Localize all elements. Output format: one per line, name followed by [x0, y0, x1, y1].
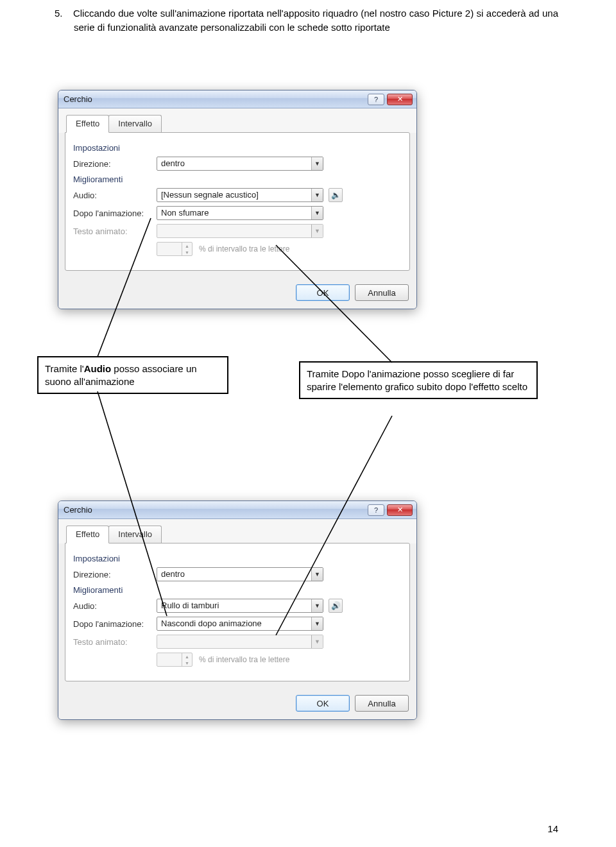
tab-intervallo[interactable]: Intervallo — [108, 115, 162, 133]
chevron-down-icon: ▼ — [311, 225, 323, 237]
hint-percent-letters: % di intervallo tra le lettere — [199, 655, 289, 664]
chevron-down-icon: ▼ — [311, 568, 323, 581]
row-percent-letters: ▲▼ % di intervallo tra le lettere — [73, 653, 402, 667]
hint-percent-letters: % di intervallo tra le lettere — [199, 244, 289, 253]
row-dopo-animazione: Dopo l'animazione: Non sfumare ▼ — [73, 206, 402, 220]
combo-dopo-animazione[interactable]: Nascondi dopo animazione ▼ — [157, 617, 323, 631]
callout-audio: Tramite l'Audio posso associare un suono… — [37, 356, 228, 394]
help-button[interactable]: ? — [368, 94, 384, 105]
label-dopo-animazione: Dopo l'animazione: — [73, 619, 157, 629]
spinner-percent: ▲▼ — [157, 653, 193, 667]
combo-audio[interactable]: Rullo di tamburi ▼ — [157, 599, 323, 613]
titlebar[interactable]: Cerchio ? ✕ — [58, 501, 416, 519]
dialog-cerchio-1: Cerchio ? ✕ Effetto Intervallo Impostazi… — [58, 90, 417, 309]
tab-intervallo[interactable]: Intervallo — [108, 526, 162, 543]
ok-button[interactable]: OK — [296, 695, 350, 712]
row-percent-letters: ▲▼ % di intervallo tra le lettere — [73, 242, 402, 256]
chevron-down-icon: ▼ — [311, 599, 323, 612]
value-direzione: dentro — [157, 568, 311, 581]
value-direzione: dentro — [157, 157, 311, 170]
titlebar[interactable]: Cerchio ? ✕ — [58, 90, 416, 108]
spinner-percent: ▲▼ — [157, 242, 193, 256]
dialog-button-row: OK Annulla — [58, 278, 416, 309]
row-audio: Audio: [Nessun segnale acustico] ▼ 🔈 — [73, 188, 402, 202]
chevron-down-icon: ▼ — [311, 207, 323, 219]
chevron-down-icon: ▼ — [311, 157, 323, 170]
value-dopo-animazione: Nascondi dopo animazione — [157, 617, 311, 630]
dialog-title: Cerchio — [64, 94, 365, 104]
section-miglioramenti: Miglioramenti — [73, 175, 402, 184]
value-dopo-animazione: Non sfumare — [157, 207, 311, 219]
dialog-button-row: OK Annulla — [58, 689, 416, 719]
help-button[interactable]: ? — [368, 504, 384, 516]
row-direzione: Direzione: dentro ▼ — [73, 157, 402, 171]
chevron-down-icon: ▼ — [311, 617, 323, 630]
page-number: 14 — [547, 823, 558, 834]
close-button[interactable]: ✕ — [387, 94, 413, 105]
spinner-arrows-icon: ▲▼ — [182, 653, 192, 666]
cancel-button[interactable]: Annulla — [355, 284, 409, 301]
instruction-paragraph: 5. Cliccando due volte sull'animazione r… — [74, 6, 558, 35]
label-testo-animato: Testo animato: — [73, 637, 157, 647]
close-button[interactable]: ✕ — [387, 504, 413, 516]
combo-direzione[interactable]: dentro ▼ — [157, 157, 323, 171]
row-testo-animato: Testo animato: ▼ — [73, 224, 402, 238]
row-dopo-animazione: Dopo l'animazione: Nascondi dopo animazi… — [73, 617, 402, 631]
label-testo-animato: Testo animato: — [73, 227, 157, 236]
label-audio: Audio: — [73, 601, 157, 611]
section-impostazioni: Impostazioni — [73, 554, 402, 563]
chevron-down-icon: ▼ — [311, 635, 323, 648]
speaker-icon[interactable]: 🔈 — [329, 188, 343, 202]
dialog-title: Cerchio — [64, 505, 365, 515]
value-audio: [Nessun segnale acustico] — [157, 189, 311, 201]
combo-direzione[interactable]: dentro ▼ — [157, 567, 323, 581]
dialog-panel: Impostazioni Direzione: dentro ▼ Miglior… — [65, 543, 410, 681]
label-audio: Audio: — [73, 191, 157, 200]
dialog-panel: Impostazioni Direzione: dentro ▼ Miglior… — [65, 132, 410, 271]
combo-testo-animato: ▼ — [157, 224, 323, 238]
chevron-down-icon: ▼ — [311, 189, 323, 201]
label-direzione: Direzione: — [73, 570, 157, 579]
callout-dopo-animazione: Tramite Dopo l'animazione posso sceglier… — [299, 361, 538, 399]
cancel-button[interactable]: Annulla — [355, 695, 409, 712]
ok-button[interactable]: OK — [296, 284, 350, 301]
list-number: 5. — [55, 8, 63, 19]
tabbar: Effetto Intervallo — [58, 519, 416, 543]
tab-effetto[interactable]: Effetto — [66, 115, 109, 133]
value-audio: Rullo di tamburi — [157, 599, 311, 612]
label-dopo-animazione: Dopo l'animazione: — [73, 209, 157, 218]
tabbar: Effetto Intervallo — [58, 108, 416, 133]
label-direzione: Direzione: — [73, 159, 157, 169]
section-miglioramenti: Miglioramenti — [73, 585, 402, 595]
spinner-arrows-icon: ▲▼ — [182, 243, 192, 255]
speaker-icon[interactable]: 🔊 — [329, 599, 343, 613]
row-testo-animato: Testo animato: ▼ — [73, 635, 402, 649]
row-direzione: Direzione: dentro ▼ — [73, 567, 402, 581]
combo-testo-animato: ▼ — [157, 635, 323, 649]
combo-dopo-animazione[interactable]: Non sfumare ▼ — [157, 206, 323, 220]
section-impostazioni: Impostazioni — [73, 143, 402, 153]
row-audio: Audio: Rullo di tamburi ▼ 🔊 — [73, 599, 402, 613]
combo-audio[interactable]: [Nessun segnale acustico] ▼ — [157, 188, 323, 202]
instruction-text: Cliccando due volte sull'animazione ripo… — [73, 8, 558, 33]
tab-effetto[interactable]: Effetto — [66, 526, 109, 543]
dialog-cerchio-2: Cerchio ? ✕ Effetto Intervallo Impostazi… — [58, 501, 417, 720]
